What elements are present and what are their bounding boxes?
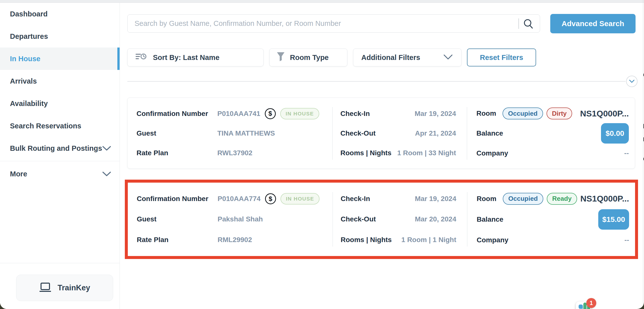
company-row: Company -- xyxy=(477,230,629,250)
dollar-circle-icon[interactable]: $ xyxy=(265,193,276,204)
sort-by-dropdown[interactable]: Sort By: Last Name xyxy=(127,49,264,66)
sidebar: Dashboard Departures In House Arrivals A… xyxy=(0,3,120,309)
check-in-value: Mar 19, 2024 xyxy=(414,110,456,118)
rate-plan-row: Rate Plan RML29902 xyxy=(137,230,328,249)
balance-row: Balance $15.00 xyxy=(477,209,629,230)
section-divider xyxy=(127,81,626,82)
app-window: Dashboard Departures In House Arrivals A… xyxy=(0,0,644,309)
sidebar-item-label: Search Reservations xyxy=(10,122,81,130)
check-in-row: Check-In Mar 19, 2024 xyxy=(340,104,456,123)
sidebar-item-departures[interactable]: Departures xyxy=(0,25,120,48)
sidebar-item-label: In House xyxy=(10,55,40,63)
sort-by-label: Sort By: Last Name xyxy=(153,54,220,62)
funnel-icon xyxy=(276,52,285,64)
in-house-status-badge: IN HOUSE xyxy=(280,108,320,119)
guest-row: Guest Pakshal Shah xyxy=(137,209,328,229)
balance-label: Balance xyxy=(476,129,503,137)
trainkey-button[interactable]: TrainKey xyxy=(16,275,113,301)
reservation-card[interactable]: Confirmation Number P010AAA741 $ IN HOUS… xyxy=(127,98,635,169)
check-out-value: Apr 21, 2024 xyxy=(415,129,456,137)
check-in-label: Check-In xyxy=(341,195,370,203)
chat-app-icon xyxy=(578,304,583,309)
rooms-nights-value: 1 Room | 1 Night xyxy=(401,236,456,244)
card-column-identity: Confirmation Number P010AAA774 $ IN HOUS… xyxy=(128,189,332,250)
reservation-card[interactable]: Confirmation Number P010AAA774 $ IN HOUS… xyxy=(128,183,635,256)
confirmation-value: P010AAA741 xyxy=(217,110,260,118)
sort-icon xyxy=(136,53,147,63)
rate-plan-value: RWL37902 xyxy=(217,149,327,157)
additional-filters-label: Additional Filters xyxy=(361,54,420,62)
balance-button[interactable]: $0.00 xyxy=(601,123,629,144)
company-value: -- xyxy=(624,236,629,244)
collapse-toggle-button[interactable] xyxy=(626,76,638,87)
balance-button[interactable]: $15.00 xyxy=(598,209,629,230)
rate-plan-label: Rate Plan xyxy=(136,149,217,157)
search-input[interactable] xyxy=(128,20,516,28)
company-label: Company xyxy=(477,236,508,244)
housekeeping-status-pill: Ready xyxy=(547,193,577,205)
card-column-room: Room Occupied Ready NS1Q000P... Balance … xyxy=(467,189,635,250)
check-in-label: Check-In xyxy=(340,110,370,118)
dollar-circle-icon[interactable]: $ xyxy=(265,108,276,119)
check-out-label: Check-Out xyxy=(341,215,376,223)
room-number-value[interactable]: NS1Q000P... xyxy=(580,194,629,203)
sidebar-item-label: Availability xyxy=(10,100,48,108)
chevron-down-icon xyxy=(102,146,111,151)
check-in-row: Check-In Mar 19, 2024 xyxy=(341,189,456,208)
rooms-nights-label: Rooms | Nights xyxy=(340,149,391,157)
search-icon[interactable] xyxy=(523,18,540,29)
sidebar-item-dashboard[interactable]: Dashboard xyxy=(0,3,120,25)
room-label: Room xyxy=(477,195,496,203)
sidebar-item-availability[interactable]: Availability xyxy=(0,92,120,115)
rooms-nights-value: 1 Room | 33 Night xyxy=(397,149,456,157)
guest-label: Guest xyxy=(137,215,218,223)
card-column-room: Room Occupied Dirty NS1Q000P... Balance … xyxy=(467,104,635,163)
sidebar-item-bulk-routing[interactable]: Bulk Routing and Postings xyxy=(0,137,120,159)
chat-app-icon xyxy=(583,302,586,309)
occupancy-status-pill: Occupied xyxy=(503,193,543,205)
reset-filters-button[interactable]: Reset Filters xyxy=(467,49,536,66)
sidebar-item-arrivals[interactable]: Arrivals xyxy=(0,70,120,92)
additional-filters-dropdown[interactable]: Additional Filters xyxy=(353,49,462,66)
sidebar-item-label: More xyxy=(10,170,27,178)
confirmation-value: P010AAA774 xyxy=(218,195,260,203)
guest-row: Guest TINA MATTHEWS xyxy=(136,124,327,143)
confirmation-label: Confirmation Number xyxy=(137,195,218,203)
room-label: Room xyxy=(476,110,496,117)
sidebar-item-more[interactable]: More xyxy=(0,163,120,185)
card-column-dates: Check-In Mar 19, 2024 Check-Out Mar 20, … xyxy=(332,189,467,250)
right-panel-edge xyxy=(643,0,643,309)
room-row: Room Occupied Ready NS1Q000P... xyxy=(477,189,629,208)
sidebar-bottom-section: TrainKey xyxy=(0,263,120,309)
sidebar-item-label: Arrivals xyxy=(10,77,37,85)
check-out-row: Check-Out Mar 20, 2024 xyxy=(341,209,456,229)
notification-badge[interactable]: 1 xyxy=(586,298,596,308)
occupancy-status-pill: Occupied xyxy=(502,108,543,119)
laptop-icon xyxy=(39,282,51,293)
rooms-nights-row: Rooms | Nights 1 Room | 1 Night xyxy=(341,230,456,249)
advanced-search-button[interactable]: Advanced Search xyxy=(550,14,636,33)
confirmation-row: Confirmation Number P010AAA741 $ IN HOUS… xyxy=(136,104,327,123)
card-column-identity: Confirmation Number P010AAA741 $ IN HOUS… xyxy=(128,104,332,163)
check-out-row: Check-Out Apr 21, 2024 xyxy=(340,124,456,143)
trainkey-label: TrainKey xyxy=(58,283,90,292)
company-label: Company xyxy=(476,149,508,157)
balance-row: Balance $0.00 xyxy=(476,123,629,144)
check-out-value: Mar 20, 2024 xyxy=(415,215,456,223)
rate-plan-row: Rate Plan RWL37902 xyxy=(136,143,327,163)
room-row: Room Occupied Dirty NS1Q000P... xyxy=(476,104,629,123)
search-divider xyxy=(518,19,519,29)
in-house-status-badge: IN HOUSE xyxy=(280,193,320,204)
sidebar-item-search-reservations[interactable]: Search Reservations xyxy=(0,115,120,137)
guest-value: Pakshal Shah xyxy=(218,215,328,223)
room-type-dropdown[interactable]: Room Type xyxy=(269,49,347,66)
check-out-label: Check-Out xyxy=(340,129,376,137)
sidebar-item-in-house[interactable]: In House xyxy=(0,48,120,70)
confirmation-row: Confirmation Number P010AAA774 $ IN HOUS… xyxy=(137,189,328,208)
guest-label: Guest xyxy=(136,129,217,137)
housekeeping-status-pill: Dirty xyxy=(546,108,572,119)
room-number-value[interactable]: NS1Q000P... xyxy=(580,109,629,118)
balance-label: Balance xyxy=(477,215,503,223)
window-top-strip xyxy=(0,0,644,3)
sidebar-item-label: Dashboard xyxy=(10,10,48,18)
